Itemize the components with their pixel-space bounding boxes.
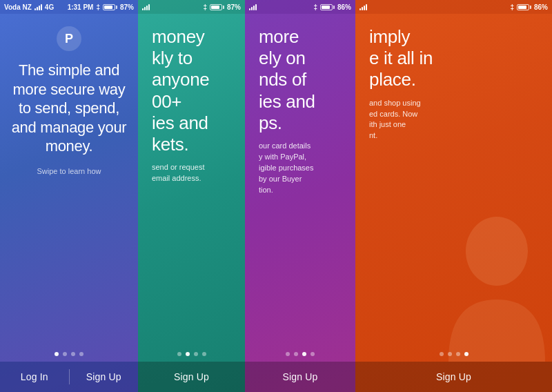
- battery-pct-2: 87%: [227, 3, 241, 11]
- dot-2-3: [194, 352, 198, 356]
- dots-3: [245, 345, 355, 362]
- svg-text:P: P: [65, 32, 73, 46]
- signal-icon: [34, 3, 42, 10]
- bluetooth-icon: ‡: [96, 3, 100, 11]
- dots-1: [0, 345, 138, 362]
- screen-1-headline: The simple and more secure way to send, …: [10, 61, 128, 156]
- status-bar-2: ‡ 87%: [138, 0, 245, 14]
- dot-4-4: [464, 352, 469, 356]
- screen-3-subtext: our card detailsy with PayPal,igible pur…: [255, 141, 314, 196]
- screen-4: ‡ 86% implye it all inplace. and shop us…: [355, 0, 552, 392]
- dot-4-3: [456, 352, 460, 356]
- carrier-label: Voda NZ: [4, 3, 32, 11]
- status-right-1: 1:31 PM ‡ 87%: [68, 3, 134, 11]
- signal-icon-3: [249, 3, 257, 10]
- dot-2-4: [202, 352, 206, 356]
- dot-3-2: [294, 352, 298, 356]
- screen-2-headline: moneykly toanyone00+ies andkets.: [148, 26, 210, 155]
- signup-button-3[interactable]: Sign Up: [245, 362, 355, 392]
- screen-3-headline: moreely onnds ofies andps.: [255, 26, 315, 134]
- dot-2-2: [186, 352, 190, 356]
- action-bar-1: Log In Sign Up: [0, 362, 138, 392]
- screen-4-headline: implye it all inplace.: [366, 26, 433, 91]
- dot-4: [79, 352, 83, 356]
- status-left-3: [249, 3, 257, 10]
- status-right-3: ‡ 86%: [313, 3, 351, 11]
- signup-button-1[interactable]: Sign Up: [70, 362, 139, 392]
- screen-1: Voda NZ 4G 1:31 PM ‡ 87%: [0, 0, 138, 392]
- status-right-4: ‡ 86%: [510, 3, 548, 11]
- status-bar-1: Voda NZ 4G 1:31 PM ‡ 87%: [0, 0, 138, 14]
- bluetooth-icon-3: ‡: [313, 3, 317, 11]
- screen-2: ‡ 87% moneykly toanyone00+ies andkets. s…: [138, 0, 245, 392]
- status-right-2: ‡ 87%: [203, 3, 241, 11]
- action-bar-4: Sign Up: [355, 362, 552, 392]
- action-bar-3: Sign Up: [245, 362, 355, 392]
- paypal-logo: P: [57, 26, 81, 51]
- status-bar-3: ‡ 86%: [245, 0, 355, 14]
- battery-icon: [103, 4, 117, 10]
- screen-4-content: implye it all inplace. and shop usinged …: [355, 14, 552, 345]
- dot-4-2: [448, 352, 452, 356]
- battery-icon-4: [517, 4, 531, 10]
- screen-3: ‡ 86% moreely onnds ofies andps. our car…: [245, 0, 355, 392]
- dot-2: [63, 352, 67, 356]
- bluetooth-icon-2: ‡: [203, 3, 207, 11]
- screen-3-content: moreely onnds ofies andps. our card deta…: [245, 14, 355, 345]
- dot-3-3: [302, 352, 306, 356]
- dot-4-1: [440, 352, 444, 356]
- dot-3: [71, 352, 75, 356]
- network-label: 4G: [45, 3, 54, 11]
- dots-2: [138, 345, 245, 362]
- screen-2-content: moneykly toanyone00+ies andkets. send or…: [138, 14, 245, 345]
- battery-icon-3: [320, 4, 335, 10]
- dot-3-4: [310, 352, 315, 356]
- dots-4: [355, 345, 552, 362]
- dot-2-1: [177, 352, 181, 356]
- signal-icon-4: [359, 3, 367, 10]
- dot-1: [55, 352, 59, 356]
- login-button[interactable]: Log In: [0, 362, 69, 392]
- status-left-1: Voda NZ 4G: [4, 3, 54, 11]
- battery-pct-1: 87%: [120, 3, 134, 11]
- action-bar-2: Sign Up: [138, 362, 245, 392]
- battery-icon-2: [210, 4, 224, 10]
- signup-button-2[interactable]: Sign Up: [138, 362, 245, 392]
- battery-pct-3: 86%: [337, 3, 351, 11]
- swipe-hint: Swipe to learn how: [37, 167, 101, 175]
- status-left-2: [142, 3, 150, 10]
- signup-button-4[interactable]: Sign Up: [355, 362, 552, 392]
- battery-pct-4: 86%: [534, 3, 548, 11]
- status-bar-4: ‡ 86%: [355, 0, 552, 14]
- bluetooth-icon-4: ‡: [510, 3, 514, 11]
- screen-1-content: P The simple and more secure way to send…: [0, 14, 138, 345]
- screen-4-subtext: and shop usinged cards. Nowith just onen…: [366, 98, 421, 142]
- screen-2-subtext: send or requestemail address.: [148, 162, 204, 184]
- status-left-4: [359, 3, 367, 10]
- dot-3-1: [286, 352, 290, 356]
- signal-icon-2: [142, 3, 150, 10]
- screens-wrapper: Voda NZ 4G 1:31 PM ‡ 87%: [0, 0, 552, 392]
- time-label-1: 1:31 PM: [68, 3, 94, 11]
